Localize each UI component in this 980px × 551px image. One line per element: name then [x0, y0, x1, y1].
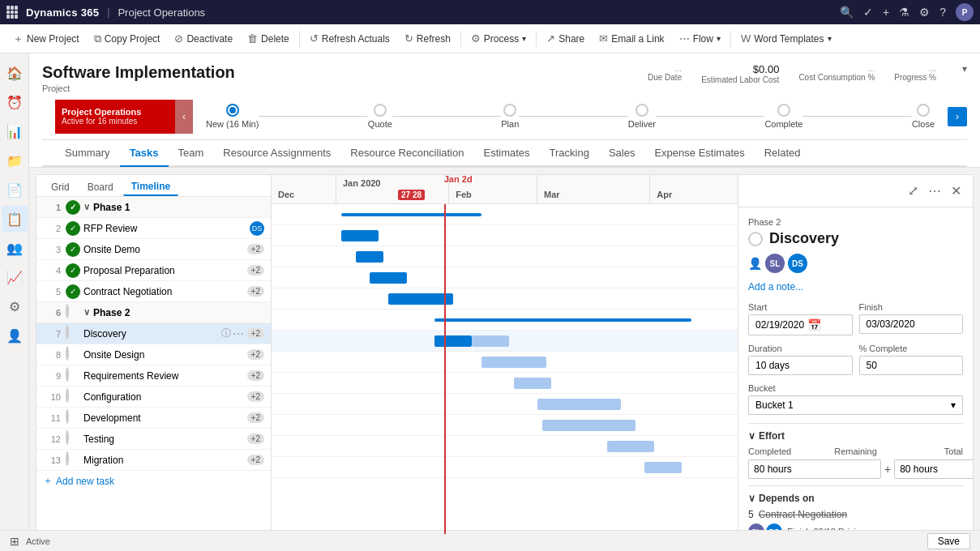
panel-start-input[interactable]: 02/19/2020 📅	[748, 314, 853, 335]
task-row-9[interactable]: 9 Requirements Review +2	[36, 365, 271, 387]
task-status-icon-10	[66, 388, 69, 403]
task-row-7[interactable]: 7 Discovery ⓘ ⋯ +2	[36, 323, 271, 344]
task-row-5[interactable]: 5 ✓ Contract Negotiation +2	[36, 281, 271, 302]
task-row-4[interactable]: 4 ✓ Proposal Preparation +2	[36, 260, 271, 281]
add-task-button[interactable]: ＋ Add new task	[36, 471, 271, 491]
refresh-actuals-button[interactable]: ↺ Refresh Actuals	[303, 29, 396, 48]
pipeline-step-complete[interactable]: Complete	[764, 104, 802, 129]
tab-estimates[interactable]: Estimates	[473, 140, 539, 167]
panel-add-note-link[interactable]: Add a note...	[748, 281, 963, 293]
add-icon[interactable]: +	[883, 6, 889, 19]
task-name-6: Phase 2	[93, 307, 264, 318]
deactivate-button[interactable]: ⊘ Deactivate	[168, 29, 239, 48]
gantt-bar-4	[370, 272, 407, 284]
task-row-13[interactable]: 13 Migration +2	[36, 450, 271, 471]
panel-depends-title: ∨ Depends on	[748, 493, 963, 504]
panel-bucket-select[interactable]: Bucket 1 ▾	[748, 395, 963, 415]
sidebar-settings-icon[interactable]: ⚙	[2, 293, 28, 319]
badge-title: Project Operations	[62, 107, 169, 117]
tab-resource-reconciliation[interactable]: Resource Reconciliation	[340, 140, 473, 167]
process-button[interactable]: ⚙ Process ▾	[464, 29, 533, 48]
tab-resource-assignments[interactable]: Resource Assignments	[213, 140, 340, 167]
completed-hours-input[interactable]	[748, 459, 881, 479]
tab-team[interactable]: Team	[169, 140, 214, 167]
pipeline-circle-plan	[503, 104, 516, 117]
panel-duration-block: Duration 10 days	[748, 344, 853, 375]
share-button[interactable]: ↗ Share	[540, 29, 591, 48]
panel-expand-icon[interactable]: ⤢	[906, 182, 920, 200]
tab-expense-estimates[interactable]: Expense Estimates	[644, 140, 754, 167]
task-more-7[interactable]: ⋯	[233, 327, 244, 340]
tab-sales[interactable]: Sales	[599, 140, 645, 167]
user-avatar[interactable]: P	[956, 3, 974, 21]
save-button[interactable]: Save	[927, 533, 970, 549]
search-icon[interactable]: 🔍	[840, 6, 854, 19]
task-row-phase2[interactable]: 6 ∨ Phase 2	[36, 302, 271, 323]
grid-view-button[interactable]: Grid	[43, 179, 78, 195]
sidebar-report-icon[interactable]: 📈	[2, 264, 28, 290]
bucket-chevron-icon: ▾	[951, 399, 956, 411]
panel-close-icon[interactable]: ✕	[949, 182, 963, 200]
new-project-button[interactable]: ＋ New Project	[6, 28, 86, 49]
tab-summary[interactable]: Summary	[55, 140, 120, 167]
panel-avatar-sl[interactable]: SL	[765, 254, 785, 273]
task-badge-7: +2	[247, 328, 264, 339]
task-info-icon-7[interactable]: ⓘ	[221, 327, 231, 340]
word-templates-button[interactable]: W Word Templates ▾	[734, 29, 838, 48]
task-row-3[interactable]: 3 ✓ Onsite Demo +2	[36, 239, 271, 260]
pipeline-step-quote[interactable]: Quote	[368, 104, 392, 129]
task-row-11[interactable]: 11 Development +2	[36, 408, 271, 429]
pipeline-next-button[interactable]: ›	[948, 107, 967, 126]
header-expand-chevron[interactable]: ▾	[962, 63, 967, 75]
gantt-row-2	[272, 225, 738, 246]
flow-button[interactable]: ⋯ Flow ▾	[673, 29, 727, 48]
panel-start-block: Start 02/19/2020 📅	[748, 302, 853, 335]
board-view-button[interactable]: Board	[79, 179, 122, 195]
status-grid-icon[interactable]: ⊞	[10, 535, 19, 548]
start-calendar-icon[interactable]: 📅	[807, 318, 821, 331]
sidebar-clock-icon[interactable]: ⏰	[2, 89, 28, 115]
bucket-value: Bucket 1	[755, 399, 794, 411]
sidebar-resource-icon[interactable]: 👥	[2, 235, 28, 261]
pipeline-step-new[interactable]: New (16 Min)	[206, 104, 259, 129]
app-grid-icon[interactable]	[6, 6, 19, 19]
sidebar-chart-icon[interactable]: 📊	[2, 118, 28, 144]
sidebar-project-icon[interactable]: 📋	[2, 206, 28, 232]
sidebar-folder-icon[interactable]: 📁	[2, 147, 28, 173]
email-a-link-button[interactable]: ✉ Email a Link	[593, 29, 670, 48]
task-row-2[interactable]: 2 ✓ RFP Review DS	[36, 218, 271, 239]
panel-pct-input[interactable]: 50	[859, 356, 964, 375]
tab-tasks[interactable]: Tasks	[120, 140, 169, 167]
sidebar-home-icon[interactable]: 🏠	[2, 60, 28, 86]
task-list-scroll[interactable]: 1 ✓ ∨ Phase 1 2 ✓	[36, 197, 271, 534]
sidebar-people-icon[interactable]: 👤	[2, 322, 28, 348]
pipeline-step-deliver[interactable]: Deliver	[628, 104, 656, 129]
panel-more-icon[interactable]: ⋯	[927, 182, 943, 200]
task-row-8[interactable]: 8 Onsite Design +2	[36, 344, 271, 365]
panel-duration-input[interactable]: 10 days	[748, 356, 853, 375]
filter-icon[interactable]: ⚗	[899, 6, 909, 19]
copy-project-button[interactable]: ⧉ Copy Project	[88, 29, 167, 49]
task-badge-10: +2	[247, 391, 264, 402]
badge-chevron-left[interactable]: ‹	[175, 100, 193, 134]
sidebar-doc-icon[interactable]: 📄	[2, 177, 28, 203]
gantt-bar-9	[514, 378, 551, 389]
meta-progress-label: Progress %	[894, 73, 936, 82]
pipeline-step-plan[interactable]: Plan	[501, 104, 519, 129]
task-row-phase1[interactable]: 1 ✓ ∨ Phase 1	[36, 197, 271, 218]
gear-icon[interactable]: ⚙	[919, 6, 930, 19]
task-status-icon-6	[66, 304, 69, 318]
pipeline-step-close[interactable]: Close	[912, 104, 935, 129]
timeline-view-button[interactable]: Timeline	[123, 178, 178, 196]
help-icon[interactable]: ?	[939, 6, 946, 19]
refresh-button[interactable]: ↻ Refresh	[398, 29, 457, 48]
settings-check-icon[interactable]: ✓	[863, 6, 873, 19]
panel-avatar-ds[interactable]: DS	[788, 254, 807, 273]
delete-button[interactable]: 🗑 Delete	[241, 29, 296, 48]
remaining-hours-input[interactable]	[894, 459, 973, 479]
tab-related[interactable]: Related	[755, 140, 811, 167]
task-row-12[interactable]: 12 Testing +2	[36, 429, 271, 450]
task-row-10[interactable]: 10 Configuration +2	[36, 387, 271, 408]
panel-finish-input[interactable]: 03/03/2020	[859, 314, 964, 334]
tab-tracking[interactable]: Tracking	[540, 140, 599, 167]
